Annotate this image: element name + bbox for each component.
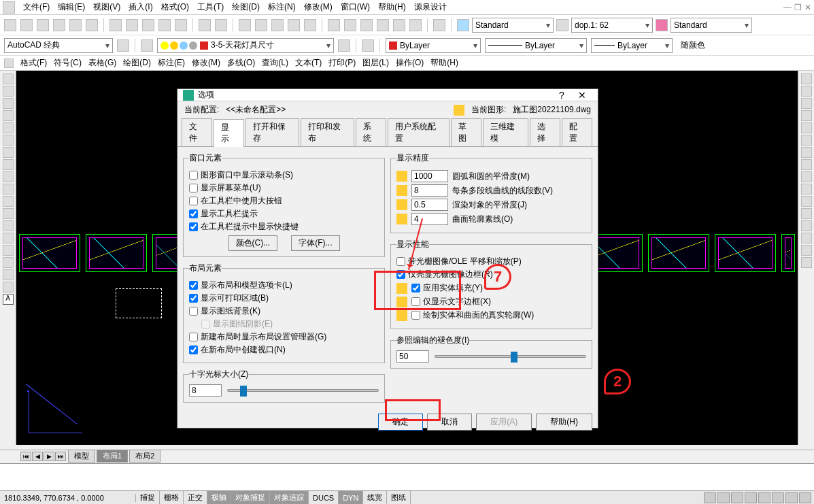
status-otrack[interactable]: 对象追踪 (270, 491, 309, 504)
command-line[interactable] (0, 463, 814, 490)
block-insert-icon[interactable] (3, 208, 14, 219)
chk-layout-tabs[interactable]: 显示布局和模型选项卡(L) (189, 280, 379, 291)
stretch-icon[interactable] (801, 171, 812, 182)
polygon-icon[interactable] (3, 110, 14, 121)
gradient-icon[interactable] (3, 257, 14, 268)
text-style-icon[interactable] (457, 19, 469, 31)
colors-button[interactable]: 颜色(C)... (228, 235, 278, 251)
new-icon[interactable] (4, 19, 16, 31)
table-style-combo[interactable]: Standard▾ (671, 18, 752, 33)
join-icon[interactable] (801, 220, 812, 231)
menu-format[interactable]: 格式(O) (161, 1, 189, 13)
sec-dim[interactable]: 标注(E) (158, 57, 185, 69)
chk-printable-area[interactable]: 显示可打印区域(B) (189, 292, 379, 304)
status-icon-4[interactable] (745, 492, 757, 503)
revcloud-icon[interactable] (3, 159, 14, 170)
status-grid[interactable]: 栅格 (160, 491, 184, 504)
contour-lines-input[interactable] (411, 213, 448, 225)
menu-modify[interactable]: 修改(M) (304, 1, 333, 13)
workspace-settings-icon[interactable] (117, 39, 129, 52)
tab-user[interactable]: 用户系统配置 (388, 118, 450, 146)
tab-nav-prev[interactable]: ◀ (32, 452, 43, 461)
sheet-manager-icon[interactable] (377, 19, 389, 31)
crosshair-input[interactable] (189, 384, 222, 397)
lineweight-combo[interactable]: ByLayer▾ (591, 38, 673, 53)
polyline-segments-input[interactable] (411, 184, 448, 197)
paste-icon[interactable] (142, 19, 154, 31)
xref-fade-input[interactable] (396, 350, 429, 363)
status-icon-8[interactable] (799, 492, 811, 503)
redo-icon[interactable] (215, 19, 227, 31)
zoom-window-icon[interactable] (288, 19, 300, 31)
menu-insert[interactable]: 插入(I) (129, 1, 152, 13)
publish-icon[interactable] (86, 19, 98, 31)
menu-dimension[interactable]: 标注(N) (268, 1, 296, 13)
status-dyn[interactable]: DYN (339, 491, 363, 504)
render-smoothness-input[interactable] (411, 199, 448, 211)
thumb-1[interactable] (19, 234, 80, 272)
menu-draw[interactable]: 绘图(D) (232, 1, 260, 13)
tab-nav-next[interactable]: ▶ (44, 452, 54, 461)
tab-nav-first[interactable]: ⏮ (20, 452, 31, 461)
minimize-icon[interactable]: — (783, 3, 792, 12)
save-icon[interactable] (37, 19, 49, 31)
erase-icon[interactable] (801, 73, 812, 84)
array-icon[interactable] (801, 122, 812, 133)
dim-style-icon[interactable] (556, 19, 569, 31)
rotate-icon[interactable] (801, 147, 812, 158)
undo-icon[interactable] (199, 19, 211, 31)
tab-plot[interactable]: 打印和发布 (301, 118, 354, 146)
properties-icon[interactable] (328, 19, 340, 31)
menu-help[interactable]: 帮助(H) (378, 1, 406, 13)
sec-print[interactable]: 打印(P) (328, 57, 356, 69)
break-icon[interactable] (801, 208, 812, 219)
tab-layout1[interactable]: 布局1 (97, 450, 128, 463)
xref-fade-slider[interactable] (435, 355, 586, 358)
close-icon[interactable]: ✕ (804, 3, 811, 12)
sec-query[interactable]: 查询(L) (262, 57, 288, 69)
status-icon-7[interactable] (785, 492, 798, 503)
menu-window[interactable]: 窗口(W) (341, 1, 370, 13)
sec-help[interactable]: 帮助(H) (430, 57, 458, 69)
tab-profiles[interactable]: 配置 (562, 118, 592, 146)
sec-layer[interactable]: 图层(L) (362, 57, 389, 69)
status-polar[interactable]: 极轴 (207, 491, 231, 504)
brush-icon[interactable] (175, 19, 187, 31)
thumb-r2[interactable] (648, 234, 709, 272)
status-icon-5[interactable] (758, 492, 770, 503)
thumb-r4[interactable] (781, 234, 795, 272)
layer-combo[interactable]: 3-5-天花灯具尺寸▾ (157, 38, 334, 53)
dialog-help-icon[interactable]: ? (552, 90, 572, 101)
status-snap[interactable]: 捕捉 (136, 491, 160, 504)
ellipse-arc-icon[interactable] (3, 196, 14, 207)
text-style-combo[interactable]: Standard▾ (472, 18, 554, 33)
status-osnap[interactable]: 对象捕捉 (231, 491, 270, 504)
crosshair-slider[interactable] (227, 389, 379, 392)
cut-icon[interactable] (109, 19, 122, 31)
chk-largebuttons[interactable]: 在工具栏中使用大按钮 (189, 195, 379, 207)
match-icon[interactable] (158, 19, 171, 31)
zoom-prev-icon[interactable] (304, 19, 316, 31)
fonts-button[interactable]: 字体(F)... (291, 235, 339, 251)
filter-icon[interactable] (362, 39, 374, 52)
xline-icon[interactable] (3, 86, 14, 97)
tab-opensave[interactable]: 打开和保存 (245, 118, 299, 146)
mirror-icon[interactable] (801, 98, 812, 109)
chk-page-setup[interactable]: 新建布局时显示布局设置管理器(G) (189, 331, 379, 343)
calc-icon[interactable] (409, 19, 422, 31)
sec-op[interactable]: 操作(O) (396, 57, 424, 69)
tab-system[interactable]: 系统 (356, 118, 386, 146)
linetype-combo[interactable]: ByLayer▾ (485, 38, 587, 53)
zoom-in-icon[interactable] (271, 19, 284, 31)
sec-symbol[interactable]: 符号(C) (54, 57, 82, 69)
polyline-icon[interactable] (3, 98, 14, 109)
tool-palettes-icon[interactable] (360, 19, 373, 31)
chk-screenmenu[interactable]: 显示屏幕菜单(U) (189, 182, 379, 194)
chk-paper-background[interactable]: 显示图纸背景(K) (189, 305, 379, 317)
tab-3d[interactable]: 三维建模 (483, 118, 529, 146)
region-icon[interactable] (3, 269, 14, 280)
open-icon[interactable] (20, 19, 33, 31)
tab-display[interactable]: 显示 (214, 119, 244, 147)
offset-icon[interactable] (801, 110, 812, 121)
sec-draw[interactable]: 绘图(D) (123, 57, 151, 69)
